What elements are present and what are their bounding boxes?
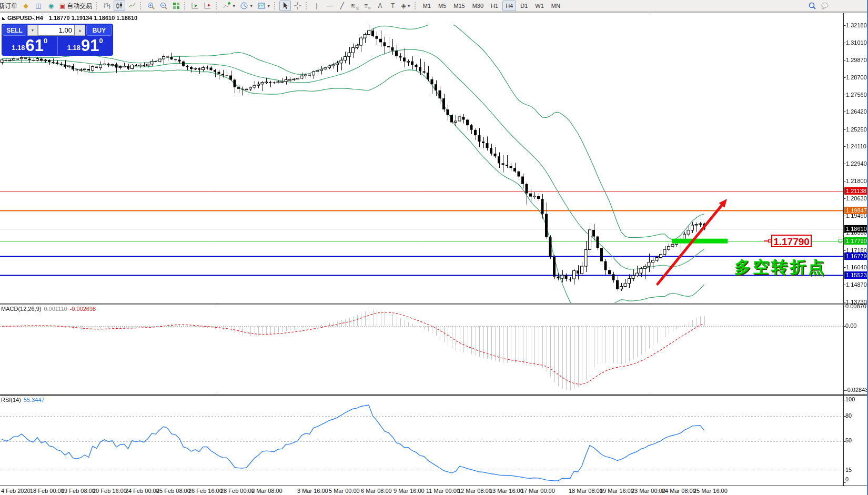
rsi-name: RSI(14) [1,397,21,403]
time-tick-label: 9 Mar 16:00 [393,488,425,494]
macd-scale-label: 0.008707 [845,303,868,309]
volume-decrease-button[interactable]: ▼ [27,25,38,36]
dropdown-caret-icon: ▼ [249,4,253,8]
price-tick-label: 1.31010 [846,39,867,46]
toolbar-group: |—╱≋E≡FAT◈▼ [304,0,413,12]
navigator-icon[interactable]: ◆ [20,1,32,11]
time-tick-label: 25 Mar 16:00 [693,488,728,494]
new-order-button[interactable]: 新订单 [1,1,19,11]
time-tick-label: 23 Mar 00:00 [631,488,665,494]
signal-icon[interactable]: ◉ [45,1,57,11]
trendline-icon[interactable]: ╱ [336,1,348,11]
timeframe-m1[interactable]: M1 [420,1,434,11]
text-icon[interactable]: A [375,1,386,11]
cursor-icon[interactable] [279,1,291,11]
level-price-badge: 1.19847 [844,207,868,214]
current-price-badge: 1.18610 [844,225,868,233]
level-price-badge: 1.16779 [844,252,868,260]
level-price-badge: 1.21138 [844,187,868,195]
chart-shift-icon[interactable] [202,1,214,11]
tile-windows-icon[interactable] [170,1,182,11]
macd-name: MACD(12,26,9) [1,306,41,312]
indicators-icon[interactable]: ▼ [221,1,237,11]
rsi-scale-label: 100 [845,396,855,402]
chart-title: GBPUSD-,H4 1.18770 1.19134 1.18610 1.186… [7,15,137,21]
time-tick-label: 19 Mar 16:00 [600,488,634,494]
text-label-icon[interactable]: T [387,1,399,11]
rsi-indicator-label: RSI(14)55.3447 [1,397,45,403]
time-tick-label: 3 Mar 16:00 [297,488,328,494]
candlestick-icon[interactable] [114,1,125,11]
time-tick-label: 11 Mar 00:00 [426,488,460,494]
level-price-badge: 1.17790 [844,237,868,245]
buy-price-button[interactable]: 1.18 91 0 [58,36,113,55]
price-tick-label: 1.28700 [846,74,867,81]
autotrading-button[interactable]: ▣自动交易 [58,1,94,11]
timeframe-mn[interactable]: MN [548,1,563,11]
timeframe-m15[interactable]: M15 [450,1,468,11]
toolbar-grip [216,2,218,9]
macd-main-value: 0.001110 [44,306,67,312]
toolbar-group [183,0,214,12]
search-icon[interactable] [806,1,818,11]
timeframe-h1[interactable]: H1 [488,1,501,11]
price-tick-label: 1.20630 [846,195,867,202]
ohlc-values: 1.18770 1.19134 1.18610 1.18610 [49,15,137,21]
arrows-icon[interactable]: ◈▼ [400,1,412,11]
buy-price-frac: 1.18 [67,44,80,52]
crosshair-icon[interactable] [292,1,304,11]
toolbar-grip [274,2,277,9]
dropdown-caret-icon: ▼ [267,4,270,8]
price-tick-label: 1.21800 [846,178,867,185]
toolbar-grip [415,2,417,9]
chat-icon[interactable] [819,1,831,11]
vertical-line-icon[interactable]: | [311,1,322,11]
rsi-scale-label: 80 [845,412,852,419]
time-tick-label: 18 Mar 08:00 [569,488,603,494]
buy-price-big: 91 [81,38,99,54]
toolbar-grip [306,2,308,9]
time-tick-label: 19 Feb 08:00 [61,488,95,494]
timeframe-h4[interactable]: H4 [502,1,516,11]
sell-price-button[interactable]: 1.18 61 0 [2,36,58,55]
time-tick-label: 2 Mar 08:00 [251,488,282,494]
price-tick-label: 1.24110 [846,143,866,150]
time-tick-label: 5 Mar 00:00 [329,488,360,494]
timeframe-m5[interactable]: M5 [435,1,449,11]
time-tick-label: 28 Feb 00:00 [220,488,255,494]
level-price-badge: 1.15523 [844,271,868,279]
market-watch-icon[interactable]: ◫ [33,1,44,11]
volume-increase-button[interactable]: ▲ [75,25,85,36]
one-click-trading-panel: SELL ▼ ▲ BUY 1.18 61 0 1.18 91 0 [2,24,113,56]
chart-window-icon: ◣ [2,16,5,21]
sell-price-big: 61 [26,38,44,54]
time-tick-label: 20 Feb 16:00 [93,488,127,494]
bar-chart-icon[interactable] [101,1,113,11]
buy-button[interactable]: BUY [86,25,112,36]
line-chart-icon[interactable] [126,1,138,11]
sell-price-frac: 1.18 [12,44,25,52]
timeframe-w1[interactable]: W1 [532,1,547,11]
timeframe-m30[interactable]: M30 [469,1,487,11]
sell-button[interactable]: SELL [3,25,26,36]
chart-canvas[interactable] [0,12,868,487]
time-tick-label: 26 Feb 16:00 [188,488,223,494]
zoom-in-icon[interactable] [145,1,157,11]
symbol-period-label: GBPUSD-,H4 [7,15,43,21]
templates-icon[interactable]: ▼ [256,1,272,11]
price-tick-label: 1.25250 [846,126,867,133]
zoom-out-icon[interactable] [158,1,169,11]
channel-icon[interactable]: ≋E [349,1,360,11]
volume-control: ▼ ▲ [27,25,85,36]
fibonacci-icon[interactable]: ≡F [362,1,374,11]
toolbar-group [94,0,138,12]
annotation-chinese-text: 多空转折点 [734,256,826,278]
rsi-scale-label: 50 [845,437,852,443]
volume-input[interactable] [38,25,75,36]
macd-signal-value: -0.002698 [70,306,96,312]
timeframe-d1[interactable]: D1 [517,1,531,11]
time-tick-label: 24 Feb 00:00 [125,488,159,494]
periods-icon[interactable]: ▼ [238,1,255,11]
horizontal-line-icon[interactable]: — [324,1,335,11]
auto-scroll-icon[interactable] [189,1,201,11]
